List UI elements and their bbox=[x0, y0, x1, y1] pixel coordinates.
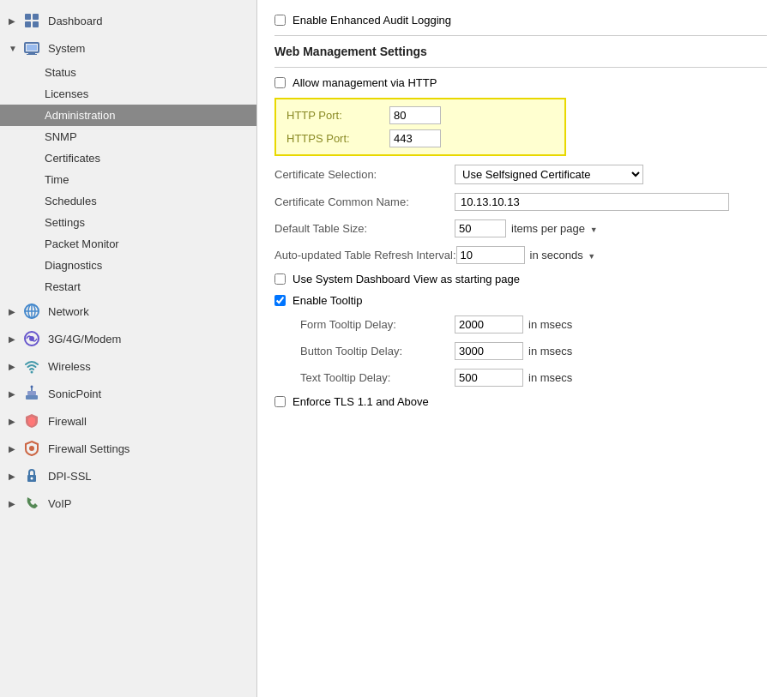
svg-point-21 bbox=[31, 478, 33, 480]
divider-1 bbox=[274, 35, 767, 36]
auto-refresh-row: Auto-updated Table Refresh Interval: in … bbox=[274, 246, 767, 264]
dashboard-view-label[interactable]: Use System Dashboard View as starting pa… bbox=[292, 273, 520, 285]
sidebar-item-wireless[interactable]: ▶ Wireless bbox=[0, 352, 256, 380]
system-arrow: ▼ bbox=[9, 44, 19, 53]
sidebar-sub-item-schedules[interactable]: Schedules bbox=[0, 190, 256, 212]
auto-refresh-input[interactable] bbox=[456, 246, 525, 264]
svg-rect-3 bbox=[33, 21, 39, 27]
sidebar: ▶ Dashboard ▼ System Status Licens bbox=[0, 0, 257, 697]
firewall-arrow: ▶ bbox=[9, 417, 19, 426]
button-tooltip-label: Button Tooltip Delay: bbox=[300, 345, 455, 358]
form-tooltip-suffix: in msecs bbox=[528, 318, 572, 331]
enable-tooltip-row: Enable Tooltip bbox=[274, 294, 767, 307]
svg-rect-0 bbox=[25, 14, 31, 20]
audit-logging-row: Enable Enhanced Audit Logging bbox=[274, 14, 767, 27]
sidebar-sub-item-restart[interactable]: Restart bbox=[0, 276, 256, 297]
sidebar-item-sonicpoint[interactable]: ▶ SonicPoint bbox=[0, 380, 256, 407]
dashboard-view-row: Use System Dashboard View as starting pa… bbox=[274, 273, 767, 285]
allow-http-label[interactable]: Allow management via HTTP bbox=[292, 76, 437, 89]
sidebar-sub-item-snmp[interactable]: SNMP bbox=[0, 126, 256, 147]
svg-rect-17 bbox=[31, 388, 33, 391]
network-label: Network bbox=[48, 305, 89, 318]
sidebar-item-firewall[interactable]: ▶ Firewall bbox=[0, 407, 256, 435]
dashboard-label: Dashboard bbox=[48, 15, 103, 27]
audit-logging-checkbox[interactable] bbox=[274, 15, 286, 26]
sidebar-sub-item-status[interactable]: Status bbox=[0, 62, 256, 83]
network-arrow: ▶ bbox=[9, 307, 19, 316]
sidebar-item-dashboard[interactable]: ▶ Dashboard bbox=[0, 7, 256, 34]
dashboard-arrow: ▶ bbox=[9, 16, 19, 26]
form-tooltip-row: Form Tooltip Delay: in msecs bbox=[274, 315, 767, 333]
cert-selection-select[interactable]: Use Selfsigned Certificate bbox=[455, 165, 643, 184]
packet-monitor-label: Packet Monitor bbox=[45, 237, 119, 250]
enforce-tls-label[interactable]: Enforce TLS 1.1 and Above bbox=[292, 395, 429, 408]
sidebar-item-system[interactable]: ▼ System bbox=[0, 34, 256, 62]
audit-logging-label[interactable]: Enable Enhanced Audit Logging bbox=[292, 14, 451, 27]
firewall-settings-arrow: ▶ bbox=[9, 444, 19, 454]
text-tooltip-input[interactable] bbox=[455, 369, 523, 387]
http-port-input[interactable] bbox=[389, 106, 441, 124]
certificates-label: Certificates bbox=[45, 152, 100, 165]
table-size-arrow: ▼ bbox=[590, 225, 598, 234]
firewall-settings-label: Firewall Settings bbox=[48, 442, 130, 455]
https-port-row: HTTPS Port: bbox=[286, 129, 554, 147]
sidebar-sub-item-time[interactable]: Time bbox=[0, 169, 256, 190]
svg-rect-15 bbox=[26, 395, 38, 400]
enable-tooltip-checkbox[interactable] bbox=[274, 295, 286, 306]
diagnostics-label: Diagnostics bbox=[45, 259, 102, 272]
allow-http-checkbox[interactable] bbox=[274, 77, 286, 88]
settings-label: Settings bbox=[45, 216, 85, 229]
items-per-page-label: items per page ▼ bbox=[511, 222, 598, 235]
sonicpoint-icon bbox=[22, 384, 41, 403]
svg-rect-7 bbox=[27, 45, 37, 51]
modem-icon bbox=[22, 329, 41, 348]
voip-icon bbox=[22, 494, 41, 513]
default-table-label: Default Table Size: bbox=[274, 222, 455, 235]
form-tooltip-input[interactable] bbox=[455, 315, 523, 333]
cert-selection-label: Certificate Selection: bbox=[274, 168, 455, 181]
modem-arrow: ▶ bbox=[9, 334, 19, 344]
sidebar-item-3g4g[interactable]: ▶ 3G/4G/Modem bbox=[0, 325, 256, 352]
voip-arrow: ▶ bbox=[9, 499, 19, 508]
dpissl-label: DPI-SSL bbox=[48, 470, 92, 483]
enforce-tls-checkbox[interactable] bbox=[274, 396, 286, 407]
svg-point-19 bbox=[29, 446, 34, 451]
sidebar-item-network[interactable]: ▶ Network bbox=[0, 297, 256, 325]
svg-rect-16 bbox=[27, 391, 36, 395]
snmp-label: SNMP bbox=[45, 130, 77, 143]
sidebar-sub-item-administration[interactable]: Administration bbox=[0, 105, 256, 126]
sidebar-sub-item-packet-monitor[interactable]: Packet Monitor bbox=[0, 233, 256, 255]
enable-tooltip-label[interactable]: Enable Tooltip bbox=[292, 294, 362, 307]
http-port-row: HTTP Port: bbox=[286, 106, 554, 124]
svg-rect-5 bbox=[28, 52, 35, 54]
text-tooltip-row: Text Tooltip Delay: in msecs bbox=[274, 369, 767, 387]
wireless-icon bbox=[22, 357, 41, 376]
default-table-input[interactable] bbox=[455, 219, 506, 237]
web-mgmt-title: Web Management Settings bbox=[274, 45, 767, 58]
sidebar-sub-item-diagnostics[interactable]: Diagnostics bbox=[0, 255, 256, 276]
svg-point-14 bbox=[31, 371, 33, 374]
button-tooltip-input[interactable] bbox=[455, 342, 523, 360]
cert-common-name-input[interactable] bbox=[455, 193, 729, 211]
refresh-arrow: ▼ bbox=[588, 252, 595, 261]
auto-refresh-label: Auto-updated Table Refresh Interval: bbox=[274, 249, 456, 261]
sidebar-item-voip[interactable]: ▶ VoIP bbox=[0, 490, 256, 517]
dashboard-view-checkbox[interactable] bbox=[274, 273, 286, 285]
dashboard-icon bbox=[22, 11, 41, 30]
svg-rect-6 bbox=[27, 54, 37, 55]
sidebar-item-dpi-ssl[interactable]: ▶ DPI-SSL bbox=[0, 462, 256, 490]
cert-common-name-row: Certificate Common Name: bbox=[274, 193, 767, 211]
sonicpoint-arrow: ▶ bbox=[9, 389, 19, 399]
licenses-label: Licenses bbox=[45, 87, 88, 100]
https-port-input[interactable] bbox=[389, 129, 441, 147]
dpissl-arrow: ▶ bbox=[9, 472, 19, 481]
status-label: Status bbox=[45, 66, 76, 79]
sidebar-sub-item-settings[interactable]: Settings bbox=[0, 212, 256, 233]
sidebar-sub-item-certificates[interactable]: Certificates bbox=[0, 147, 256, 169]
schedules-label: Schedules bbox=[45, 195, 97, 207]
sidebar-sub-item-licenses[interactable]: Licenses bbox=[0, 83, 256, 105]
voip-label: VoIP bbox=[48, 497, 71, 510]
sonicpoint-label: SonicPoint bbox=[48, 388, 101, 400]
port-highlight-box: HTTP Port: HTTPS Port: bbox=[274, 98, 566, 156]
sidebar-item-firewall-settings[interactable]: ▶ Firewall Settings bbox=[0, 435, 256, 462]
